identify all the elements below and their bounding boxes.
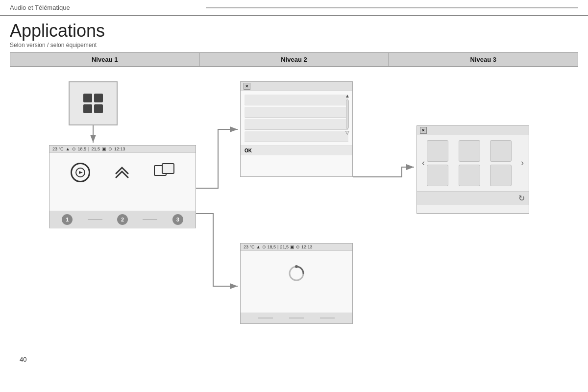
status-screen-icon: ▣	[102, 147, 106, 151]
tab-dot-3: 3	[172, 214, 183, 225]
tab-line-1	[88, 219, 102, 220]
scroll-down-arrow: ▽	[345, 130, 349, 135]
loading-tab-line-2	[289, 318, 304, 318]
svg-rect-5	[162, 164, 174, 173]
loading-tab-line-3	[320, 318, 335, 318]
load-screen-icon: ▣	[290, 245, 294, 249]
load-clock-icon: ⊙	[296, 245, 300, 249]
screen-list-topbar: ✕	[241, 82, 352, 91]
appgrid-refresh-icon[interactable]: ↻	[518, 194, 525, 203]
status-sep: |	[88, 147, 89, 151]
appgrid-cell-5[interactable]	[459, 165, 480, 186]
appgrid-grid	[427, 140, 519, 186]
load-time: 12:13	[301, 245, 313, 249]
screen-main: 23 °C ▲ ⊙ 18,5 | 21,5 ▣ ⊙ 12:13 1 2	[49, 145, 196, 228]
screen-icons-row	[49, 153, 196, 187]
list-scrollbar: ▲ ▽	[344, 93, 350, 135]
loading-statusbar: 23 °C ▲ ⊙ 18,5 | 21,5 ▣ ⊙ 12:13	[241, 244, 352, 251]
grid-icon	[83, 94, 103, 113]
loading-bottom	[241, 313, 352, 323]
grid-icon-box	[69, 81, 118, 125]
page-number: 40	[20, 356, 26, 363]
screen-statusbar: 23 °C ▲ ⊙ 18,5 | 21,5 ▣ ⊙ 12:13	[49, 146, 196, 153]
close-button[interactable]: ✕	[244, 83, 250, 90]
status-ring-icon: ⊙	[72, 147, 76, 151]
load-fuel: 18,5	[268, 245, 276, 249]
appgrid-cell-1[interactable]	[427, 140, 448, 162]
load-sep: |	[277, 245, 278, 249]
header-niveau1: Niveau 1	[10, 53, 199, 66]
load-ring-icon: ⊙	[262, 245, 266, 249]
icon-connectedcam	[71, 163, 90, 182]
icon-chevrons-up	[113, 163, 131, 182]
appgrid-nav-right[interactable]: ›	[519, 158, 526, 168]
load-temp: 23 °C	[244, 245, 255, 249]
tab-dot-2: 2	[117, 214, 128, 225]
appgrid-content: ‹ ›	[417, 135, 529, 191]
list-items-area: ▲ ▽	[241, 91, 352, 146]
status-warn-icon: ▲	[66, 147, 70, 151]
status-time: 12:13	[114, 147, 125, 151]
tab-dot-1: 1	[62, 214, 73, 225]
top-bar-title: Audio et Télématique	[10, 4, 196, 11]
header-niveau3: Niveau 3	[389, 53, 578, 66]
status-speed: 21,5	[91, 147, 100, 151]
appgrid-close-button[interactable]: ✕	[420, 127, 427, 134]
top-bar-line	[206, 7, 578, 8]
appgrid-cell-2[interactable]	[459, 140, 480, 162]
loading-content	[241, 251, 352, 300]
svg-point-7	[295, 265, 298, 268]
loading-spinner-icon	[288, 265, 305, 286]
list-ok-bar: OK	[241, 146, 352, 155]
screen-loading: 23 °C ▲ ⊙ 18,5 | 21,5 ▣ ⊙ 12:13	[240, 243, 353, 324]
list-row-2	[245, 107, 348, 118]
main-content: 23 °C ▲ ⊙ 18,5 | 21,5 ▣ ⊙ 12:13 1 2	[10, 67, 578, 370]
scroll-up-arrow: ▲	[345, 93, 350, 98]
screen-bottom-tabs: 1 2 3	[49, 211, 196, 228]
appgrid-cell-6[interactable]	[490, 165, 512, 186]
screen-appgrid: ✕ ‹ › ↻	[416, 125, 529, 214]
appgrid-cell-4[interactable]	[427, 165, 448, 186]
list-row-4	[245, 131, 348, 142]
top-bar: Audio et Télématique	[0, 0, 588, 16]
status-fuel: 18,5	[78, 147, 87, 151]
page-subtitle: Selon version / selon équipement	[10, 42, 578, 49]
icon-screens	[154, 163, 174, 181]
list-row-3	[245, 119, 348, 130]
appgrid-topbar: ✕	[417, 126, 529, 135]
load-warn-icon: ▲	[256, 245, 261, 249]
page-title-area: Applications Selon version / selon équip…	[0, 16, 588, 49]
list-row-1	[245, 95, 348, 105]
load-speed: 21,5	[280, 245, 289, 249]
loading-tab-line-1	[258, 318, 273, 318]
page-title: Applications	[10, 21, 578, 41]
header-niveau2: Niveau 2	[199, 53, 389, 66]
screen-list: ✕ ▲ ▽ OK	[240, 81, 353, 177]
svg-marker-3	[79, 171, 83, 174]
tab-line-2	[143, 219, 157, 220]
status-temp: 23 °C	[52, 147, 64, 151]
appgrid-nav-left[interactable]: ‹	[420, 158, 427, 168]
scroll-track	[346, 99, 349, 129]
appgrid-cell-3[interactable]	[490, 140, 512, 162]
status-clock-icon: ⊙	[108, 147, 112, 151]
table-header: Niveau 1 Niveau 2 Niveau 3	[10, 52, 578, 67]
appgrid-bottom: ↻	[417, 191, 529, 205]
